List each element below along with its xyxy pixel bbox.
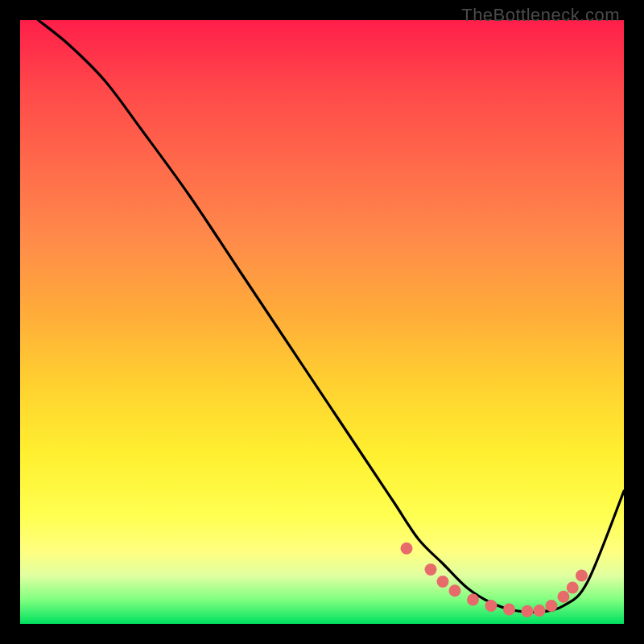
marker-dot <box>437 576 449 588</box>
bottleneck-curve <box>39 20 625 612</box>
chart-plot <box>20 20 624 624</box>
marker-dot <box>546 600 558 612</box>
marker-dot <box>449 584 461 597</box>
marker-dot <box>534 605 546 617</box>
marker-dot <box>485 600 497 612</box>
watermark-text: TheBottleneck.com <box>461 5 620 26</box>
marker-dot <box>503 604 515 616</box>
marker-dot <box>522 605 534 617</box>
marker-dot <box>425 564 437 576</box>
chart-frame <box>20 20 624 624</box>
marker-group <box>401 543 588 617</box>
marker-dot <box>567 582 579 594</box>
marker-dot <box>401 543 413 555</box>
marker-dot <box>576 570 588 582</box>
marker-dot <box>558 591 570 603</box>
marker-dot <box>467 594 479 606</box>
